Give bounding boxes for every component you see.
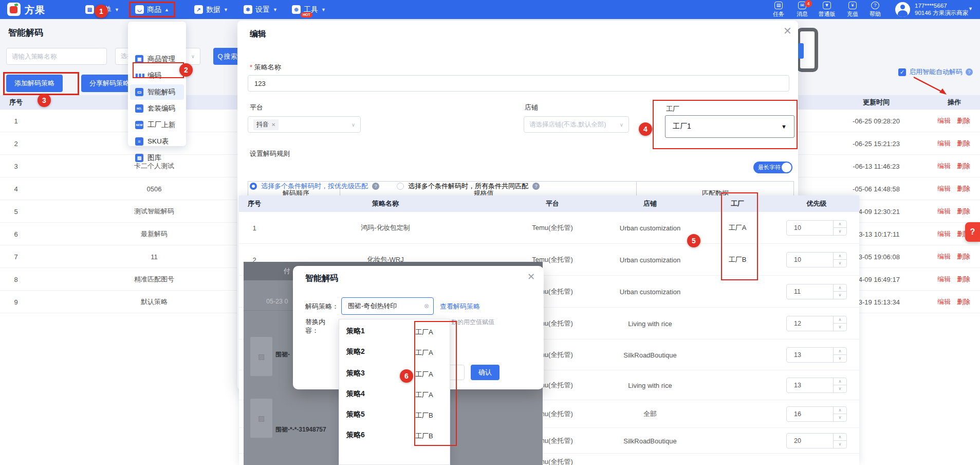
delete-link[interactable]: 删除 xyxy=(957,162,970,171)
strategy-table-header: 序号 策略名称 平台 店铺 工厂 优先级 xyxy=(239,195,859,212)
factory-label: 工厂 xyxy=(666,104,679,114)
stepper-arrows-icon[interactable]: ∧∨ xyxy=(833,284,846,299)
chevron-down-icon: ∨ xyxy=(352,122,355,128)
priority-input[interactable]: 13∧∨ xyxy=(786,378,847,393)
platform-select[interactable]: 抖音✕ ∨ xyxy=(248,116,361,133)
empty-value-hint: 数的用空值赋值 xyxy=(451,318,539,327)
strategy-name-label: 策略名称 xyxy=(250,63,281,72)
table-row: 1 鸿玛-化妆包定制 Temu(全托管) Urban customization… xyxy=(239,212,859,244)
help-button[interactable]: ?帮助 xyxy=(863,2,887,18)
menu-item-product-manage[interactable]: ▣商品管理 xyxy=(130,51,184,67)
annotation-number-4: 4 xyxy=(639,122,652,136)
clear-icon[interactable]: ⊗ xyxy=(424,302,429,310)
priority-input[interactable]: 12∧∨ xyxy=(786,316,847,331)
product-image-placeholder: ▨ xyxy=(250,337,272,376)
priority-input[interactable]: 13∧∨ xyxy=(786,347,847,363)
brand-name: 方果 xyxy=(25,4,45,17)
gear-icon: ✱ xyxy=(244,5,252,14)
close-icon[interactable]: ✕ xyxy=(783,25,792,37)
view-decode-strategy-link[interactable]: 查看解码策略 xyxy=(440,302,480,311)
help-icon[interactable]: ? xyxy=(966,68,973,76)
tasks-button[interactable]: ▤任务 xyxy=(767,2,790,18)
tasks-icon: ▤ xyxy=(774,2,783,9)
strategy-option[interactable]: 策略4工厂A xyxy=(339,384,450,405)
app-screen: 智能解码 选择店铺∨ Q搜索 添加解码策略 分享解码策略 ✓ 启用智能自动解码 … xyxy=(0,0,980,465)
stepper-arrows-icon[interactable]: ∧∨ xyxy=(833,434,846,448)
product-manage-icon: ▣ xyxy=(135,55,143,63)
stepper-arrows-icon[interactable]: ∧∨ xyxy=(833,221,846,235)
logo-icon xyxy=(7,3,21,16)
floating-help-button[interactable]: ? xyxy=(965,222,980,242)
longest-char-toggle[interactable]: 最长字符 xyxy=(753,162,792,173)
priority-input[interactable]: 16∧∨ xyxy=(786,406,847,422)
priority-input[interactable]: 11∧∨ xyxy=(786,284,847,299)
edit-link[interactable]: 编辑 xyxy=(937,162,951,171)
question-icon: ? xyxy=(871,2,879,9)
toggle-knob xyxy=(782,163,791,172)
products-dropdown-menu: ▣商品管理 ▮▮▮编码 ▭智能解码 NO.套装编码 NEW工厂上新 ≡SKU表 … xyxy=(128,22,186,146)
messages-button[interactable]: ✉消息 4 xyxy=(790,2,814,18)
stepper-arrows-icon[interactable]: ∧∨ xyxy=(833,253,846,267)
avatar[interactable] xyxy=(895,2,910,17)
annotation-number-2: 2 xyxy=(179,63,193,77)
top-navigation-bar: 方果 ▤订单▼ ◡商品▲ ↗数据▼ ✱设置▼ ⊕工具▼ HOT ▤任务 ✉消息 … xyxy=(0,0,980,19)
edit-link[interactable]: 编辑 xyxy=(937,275,951,284)
delete-link[interactable]: 删除 xyxy=(957,116,970,126)
stepper-arrows-icon[interactable]: ∧∨ xyxy=(833,378,846,392)
plan-button[interactable]: ▼普通版 xyxy=(815,2,839,18)
page-title: 智能解码 xyxy=(8,27,43,39)
close-icon[interactable]: ✕ xyxy=(527,271,535,282)
menu-item-factory-new[interactable]: NEW工厂上新 xyxy=(130,117,184,133)
new-badge-icon: NEW xyxy=(135,121,143,129)
strategy-option[interactable]: 策略2工厂A xyxy=(339,342,450,363)
strategy-option[interactable]: 策略1工厂A xyxy=(339,321,450,342)
stepper-arrows-icon[interactable]: ∧∨ xyxy=(833,316,846,331)
priority-input[interactable]: 10∧∨ xyxy=(786,252,847,267)
strategy-option[interactable]: 策略3工厂A xyxy=(339,364,450,384)
stepper-arrows-icon[interactable]: ∧∨ xyxy=(833,348,846,362)
menu-item-gallery[interactable]: ▨图库 xyxy=(130,150,184,166)
strategy-option[interactable]: 策略6工厂B xyxy=(339,425,450,446)
remove-tag-icon[interactable]: ✕ xyxy=(271,122,275,128)
menu-item-set-encode[interactable]: NO.套装编码 xyxy=(130,101,184,116)
shop-select[interactable]: 请选择店铺(不选,默认全部) ∨ xyxy=(524,116,629,133)
delete-link[interactable]: 删除 xyxy=(957,207,970,216)
platform-tag: 抖音✕ xyxy=(253,119,279,130)
nav-item-settings[interactable]: ✱设置▼ xyxy=(241,3,281,16)
priority-input[interactable]: 20∧∨ xyxy=(786,433,847,449)
annotation-number-5: 5 xyxy=(687,234,700,247)
menu-item-encode[interactable]: ▮▮▮编码 xyxy=(130,68,184,83)
decode-strategy-input[interactable]: 围裙-奇创热转印 ⊗ xyxy=(341,297,434,315)
add-decode-strategy-button[interactable]: 添加解码策略 xyxy=(6,75,63,92)
priority-input[interactable]: 10∧∨ xyxy=(786,220,847,236)
edit-link[interactable]: 编辑 xyxy=(937,116,951,126)
recharge-button[interactable]: ¥充值 xyxy=(841,2,864,18)
user-info[interactable]: 177****566790146 方果演示商家 xyxy=(915,2,968,16)
stepper-arrows-icon[interactable]: ∧∨ xyxy=(833,407,846,421)
strategy-name-search-input[interactable] xyxy=(6,48,107,65)
nav-item-products[interactable]: ◡商品▲ xyxy=(132,3,172,16)
delete-link[interactable]: 删除 xyxy=(957,184,970,193)
shirt-icon: ▼ xyxy=(823,2,831,9)
edit-link[interactable]: 编辑 xyxy=(937,184,951,193)
delete-link[interactable]: 删除 xyxy=(957,297,970,307)
menu-item-smart-decode[interactable]: ▭智能解码 xyxy=(130,84,184,100)
orders-icon: ▤ xyxy=(85,5,94,14)
factory-select[interactable]: 工厂1 ▼ xyxy=(665,115,794,138)
menu-item-sku-table[interactable]: ≡SKU表 xyxy=(130,134,184,149)
delete-link[interactable]: 删除 xyxy=(957,139,970,148)
edit-link[interactable]: 编辑 xyxy=(937,139,951,148)
strategy-name-input[interactable] xyxy=(248,75,789,92)
strategy-option[interactable]: 策略5工厂B xyxy=(339,405,450,425)
checkbox-checked-icon[interactable]: ✓ xyxy=(898,68,906,76)
delete-link[interactable]: 删除 xyxy=(957,275,970,284)
delete-link[interactable]: 删除 xyxy=(957,252,970,261)
nav-item-data[interactable]: ↗数据▼ xyxy=(191,3,231,16)
edit-link[interactable]: 编辑 xyxy=(937,207,951,216)
edit-link[interactable]: 编辑 xyxy=(937,252,951,261)
annotation-number-1: 1 xyxy=(95,5,108,18)
products-icon: ◡ xyxy=(135,5,144,14)
confirm-button[interactable]: 确认 xyxy=(471,365,500,380)
edit-link[interactable]: 编辑 xyxy=(937,229,951,239)
edit-link[interactable]: 编辑 xyxy=(937,297,951,307)
